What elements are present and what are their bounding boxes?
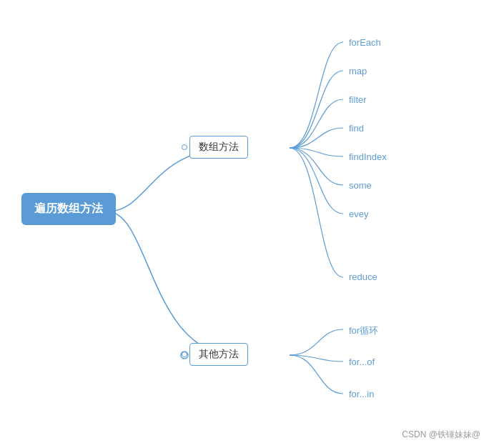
leaf-findindex: findIndex: [343, 149, 392, 165]
leaf-reduce: reduce: [343, 269, 383, 285]
mid2-label: 其他方法: [199, 348, 239, 361]
mid-node-1: 数组方法: [189, 136, 248, 159]
root-node: 遍历数组方法: [21, 193, 116, 225]
mid1-dot: [182, 144, 187, 150]
leaf-some: some: [343, 177, 377, 194]
watermark: CSDN @铁锤妹妹@: [402, 429, 480, 441]
leaf-evey: evey: [343, 206, 374, 222]
leaf-for-of: for...of: [343, 354, 380, 370]
leaf-filter: filter: [343, 91, 372, 108]
leaf-find: find: [343, 120, 370, 136]
leaf-for-in: for...in: [343, 386, 380, 402]
mind-map: 遍历数组方法 数组方法 其他方法 forEach map filter find…: [0, 0, 489, 448]
leaf-map: map: [343, 63, 372, 79]
leaf-foreach: forEach: [343, 34, 387, 51]
leaf-for-loop: for循环: [343, 322, 384, 340]
root-label: 遍历数组方法: [34, 201, 103, 216]
mid-node-2: 其他方法: [189, 343, 248, 366]
mid2-dot: [182, 352, 187, 357]
mid1-label: 数组方法: [199, 141, 239, 154]
